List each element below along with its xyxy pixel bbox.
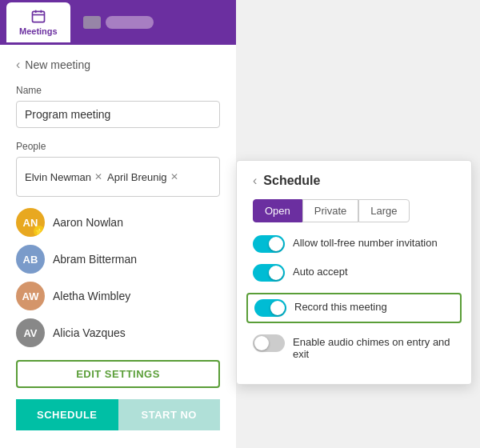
person-name: Aaron Nowlan bbox=[53, 216, 123, 229]
remove-elvin[interactable]: ✕ bbox=[94, 171, 102, 182]
remove-april[interactable]: ✕ bbox=[170, 171, 178, 182]
meetings-tab-label: Meetings bbox=[19, 26, 58, 36]
person-name: Alicia Vazques bbox=[53, 326, 126, 339]
schedule-header: ‹ Schedule bbox=[253, 174, 455, 188]
nav-pill bbox=[106, 16, 154, 29]
toggle-knob bbox=[254, 336, 269, 350]
setting-row-record: Record this meeting bbox=[246, 293, 462, 323]
tab-open[interactable]: Open bbox=[253, 199, 302, 222]
toggle-knob bbox=[269, 266, 283, 280]
label-autoaccept: Auto accept bbox=[293, 264, 455, 278]
tab-private[interactable]: Private bbox=[302, 199, 358, 222]
avatar-aaron: AN ⭐ bbox=[16, 208, 45, 237]
person-tag-elvin: Elvin Newman ✕ bbox=[25, 171, 102, 183]
tab-large[interactable]: Large bbox=[358, 199, 409, 222]
toggle-record[interactable] bbox=[254, 299, 286, 317]
list-item: AN ⭐ Aaron Nowlan bbox=[16, 208, 220, 237]
person-name-elvin: Elvin Newman bbox=[25, 171, 91, 183]
label-record: Record this meeting bbox=[294, 299, 454, 313]
person-name: Abram Bitterman bbox=[53, 253, 137, 266]
svg-rect-0 bbox=[32, 11, 44, 22]
star-badge: ⭐ bbox=[34, 226, 45, 237]
nav-dot bbox=[83, 16, 101, 29]
nav-right bbox=[83, 16, 154, 29]
list-item: AB Abram Bitterman bbox=[16, 245, 220, 274]
list-item: AV Alicia Vazques bbox=[16, 318, 220, 347]
left-panel: Meetings ‹ New meeting Name People Elvin… bbox=[0, 0, 236, 448]
avatar-aletha: AW bbox=[16, 282, 45, 310]
schedule-back-icon[interactable]: ‹ bbox=[253, 174, 257, 188]
label-tollfree: Allow toll-free number invitation bbox=[293, 235, 455, 249]
start-now-button[interactable]: START NO bbox=[118, 399, 221, 430]
person-name: Aletha Wimbley bbox=[53, 290, 130, 302]
toggle-knob bbox=[270, 301, 285, 315]
avatar-alicia: AV bbox=[16, 318, 45, 347]
toggle-autoaccept[interactable] bbox=[253, 264, 285, 282]
toggle-knob bbox=[269, 237, 283, 251]
tab-row: Open Private Large bbox=[253, 199, 455, 222]
back-chevron-icon[interactable]: ‹ bbox=[16, 58, 20, 72]
people-list: AN ⭐ Aaron Nowlan AB Abram Bitterman AW … bbox=[16, 208, 220, 347]
toggle-tollfree[interactable] bbox=[253, 235, 285, 253]
setting-row-autoaccept: Auto accept bbox=[253, 264, 455, 282]
person-name-april: April Breunig bbox=[107, 171, 166, 183]
form-area: ‹ New meeting Name People Elvin Newman ✕… bbox=[0, 45, 236, 448]
settings-panel: ‹ Schedule Open Private Large Allow toll… bbox=[236, 160, 472, 385]
label-chimes: Enable audio chimes on entry and exit bbox=[293, 334, 455, 360]
people-label: People bbox=[16, 141, 220, 152]
back-row: ‹ New meeting bbox=[16, 58, 220, 72]
person-tag-april: April Breunig ✕ bbox=[107, 171, 178, 183]
top-nav: Meetings bbox=[0, 0, 236, 45]
edit-settings-button[interactable]: EDIT SETTINGS bbox=[16, 360, 220, 388]
schedule-button[interactable]: SCHEDULE bbox=[16, 399, 118, 430]
name-label: Name bbox=[16, 85, 220, 96]
list-item: AW Aletha Wimbley bbox=[16, 282, 220, 310]
name-input[interactable] bbox=[16, 101, 220, 128]
bottom-buttons: SCHEDULE START NO bbox=[16, 399, 220, 430]
back-label: New meeting bbox=[25, 58, 90, 71]
toggle-chimes[interactable] bbox=[253, 334, 285, 352]
schedule-title: Schedule bbox=[263, 174, 320, 188]
meetings-tab[interactable]: Meetings bbox=[6, 2, 70, 42]
people-box[interactable]: Elvin Newman ✕ April Breunig ✕ bbox=[16, 157, 220, 197]
setting-row-tollfree: Allow toll-free number invitation bbox=[253, 235, 455, 253]
avatar-abram: AB bbox=[16, 245, 45, 274]
setting-row-chimes: Enable audio chimes on entry and exit bbox=[253, 334, 455, 360]
